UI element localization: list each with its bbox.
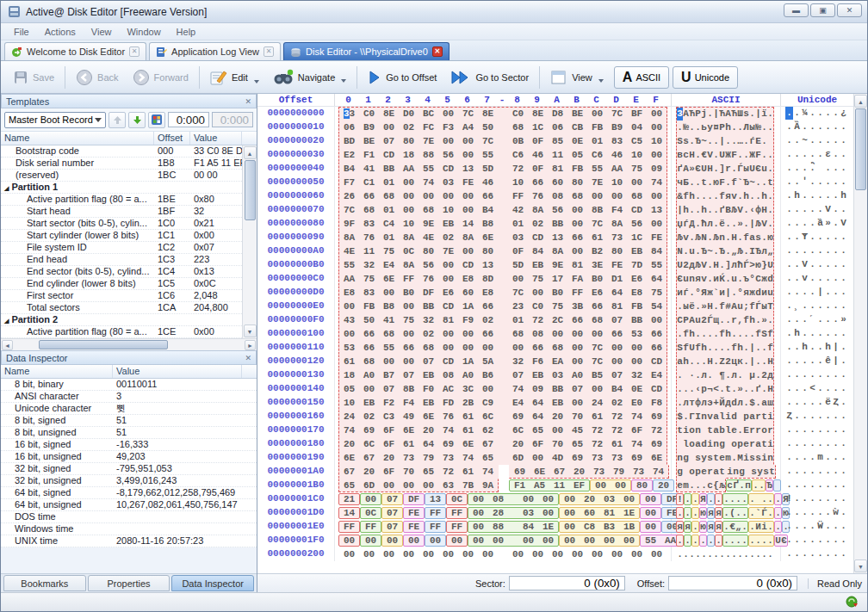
hex-byte[interactable]: 61 [399, 438, 418, 451]
hex-byte[interactable]: FF [425, 521, 445, 534]
unicode-char[interactable]: V [840, 217, 847, 230]
hex-byte[interactable]: 32 [508, 355, 528, 368]
hex-byte[interactable]: 00 [379, 355, 399, 368]
ascii-char[interactable]: с [727, 479, 733, 492]
unicode-char[interactable]: . [809, 396, 816, 409]
ascii-char[interactable]: e [701, 466, 707, 479]
ascii-char[interactable]: u [731, 273, 737, 286]
hex-byte[interactable]: 61 [339, 355, 359, 368]
hex-byte[interactable]: EB [548, 397, 567, 410]
ascii-char[interactable]: . [701, 190, 707, 203]
ascii-char[interactable]: f [755, 328, 761, 341]
offset-cell[interactable]: 0000000200 [257, 547, 335, 561]
hex-byte[interactable]: B6 [478, 369, 498, 382]
ascii-char[interactable]: Н [707, 300, 713, 313]
hex-byte[interactable]: 10 [647, 135, 666, 148]
inspector-row[interactable]: ANSI character3 [1, 391, 257, 403]
hex-byte[interactable]: C4 [379, 218, 399, 231]
ascii-char[interactable]: f [683, 328, 689, 341]
hex-byte[interactable]: 00 [567, 342, 587, 355]
ascii-char[interactable]: Ѓ [743, 259, 749, 272]
ascii-char[interactable]: . [725, 176, 731, 189]
unicode-char[interactable]: . [793, 382, 801, 395]
ascii-char[interactable]: b [719, 424, 725, 437]
ascii-char[interactable]: „ [767, 245, 773, 258]
unicode-char[interactable]: . [785, 547, 793, 560]
hex-byte[interactable]: BC [418, 108, 438, 121]
hex-byte[interactable]: 00 [587, 108, 607, 121]
ascii-char[interactable]: ы [749, 121, 755, 134]
unicode-toggle-button[interactable]: U Unicode [673, 66, 738, 89]
unicode-char[interactable]: . [816, 534, 824, 547]
unicode-char[interactable]: . [816, 492, 824, 505]
ascii-char[interactable]: л [761, 245, 767, 258]
ascii-char[interactable]: . [775, 493, 781, 506]
unicode-char[interactable]: . [824, 189, 832, 202]
unicode-char[interactable]: . [801, 382, 809, 395]
ascii-char[interactable]: ћ [701, 218, 707, 231]
ascii-char[interactable]: . [719, 383, 725, 396]
ascii-char[interactable]: Є [755, 163, 761, 176]
hex-byte[interactable]: 10 [399, 218, 418, 231]
unicode-char[interactable]: . [832, 382, 840, 395]
hex-byte[interactable]: 20 [548, 411, 567, 423]
ascii-char[interactable]: . [685, 507, 691, 520]
offset-cell[interactable]: 00000001E0 [257, 520, 335, 534]
hex-byte[interactable]: 00 [567, 204, 587, 217]
hex-byte[interactable]: FF [361, 521, 381, 534]
ascii-char[interactable]: . [731, 163, 737, 176]
hex-byte[interactable]: 68 [418, 342, 438, 355]
ascii-char[interactable]: . [677, 328, 683, 341]
unicode-char[interactable]: ê [824, 355, 832, 368]
ascii-char[interactable]: . [749, 328, 755, 341]
hex-byte[interactable]: 62 [478, 424, 498, 437]
unicode-char[interactable]: . [816, 341, 824, 354]
unicode-char[interactable]: . [793, 534, 801, 547]
ascii-char[interactable]: . [677, 507, 683, 520]
ascii-char[interactable]: Я [701, 287, 707, 300]
unicode-char[interactable]: . [816, 506, 824, 519]
ascii-char[interactable]: ~ [749, 176, 755, 189]
ascii-char[interactable]: љ [719, 479, 725, 492]
hex-byte[interactable]: 00 [468, 535, 488, 547]
ascii-char[interactable]: ъ [743, 273, 749, 286]
hex-byte[interactable]: 3E [587, 259, 607, 272]
ascii-char[interactable]: л [737, 397, 743, 410]
hex-byte[interactable]: 24 [587, 397, 607, 410]
ascii-char[interactable]: | [677, 204, 683, 217]
ascii-char[interactable]: . [743, 204, 749, 217]
inspector-row[interactable]: 32 bit, signed-795,951,053 [1, 463, 257, 475]
hex-byte[interactable]: EF [569, 479, 589, 492]
unicode-char[interactable]: . [832, 162, 840, 175]
ascii-char[interactable]: п [745, 479, 751, 492]
ascii-char[interactable]: . [755, 342, 761, 355]
ascii-char[interactable]: s [755, 452, 761, 465]
ascii-char[interactable]: . [707, 108, 713, 121]
hex-byte[interactable]: 03 [599, 493, 619, 506]
ascii-char[interactable]: { [713, 479, 719, 492]
ascii-char[interactable]: І [749, 245, 755, 258]
ascii-char[interactable]: o [689, 438, 695, 451]
unicode-char[interactable]: . [816, 382, 824, 395]
hex-byte[interactable]: 00 [339, 535, 359, 547]
hex-byte[interactable]: 20 [580, 493, 599, 506]
hex-byte[interactable]: 00 [580, 535, 599, 547]
unicode-char[interactable]: . [832, 465, 840, 478]
hex-byte[interactable]: 00 [647, 121, 666, 134]
hex-byte[interactable]: 00 [438, 342, 458, 355]
ascii-char[interactable]: ѓ [749, 135, 755, 148]
ascii-char[interactable]: Є [695, 163, 701, 176]
hex-byte[interactable]: 00 [647, 314, 666, 327]
unicode-char[interactable]: . [785, 176, 793, 189]
ascii-char[interactable]: И [755, 521, 761, 534]
hex-byte[interactable]: 68 [508, 328, 528, 341]
offset-cell[interactable]: 0000000120 [257, 355, 335, 368]
unicode-char[interactable]: . [824, 465, 832, 478]
hex-byte[interactable]: FF [399, 273, 418, 286]
ascii-char[interactable]: U [775, 535, 781, 547]
inspector-row[interactable]: 8 bit, binary00110011 [1, 379, 257, 391]
tab-disk-editor[interactable]: Disk Editor - \\PhysicalDrive0 ✕ [283, 42, 450, 60]
hex-byte[interactable]: BB [627, 314, 647, 327]
ascii-char[interactable]: a [677, 355, 683, 368]
ascii-char[interactable]: 2 [701, 314, 707, 327]
